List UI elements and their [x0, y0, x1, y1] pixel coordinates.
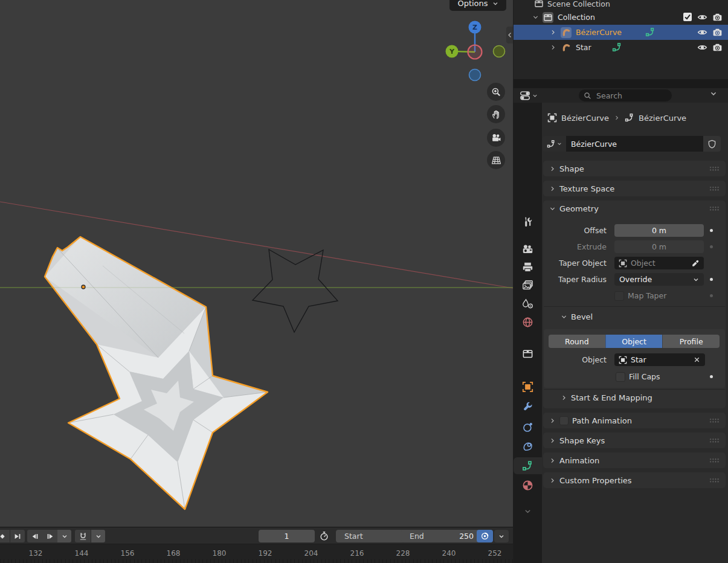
tabs-scroll-down-icon[interactable]	[524, 507, 532, 515]
fill-caps-keyframe-dot[interactable]	[710, 375, 713, 378]
tab-physics[interactable]	[522, 440, 533, 452]
eye-icon[interactable]	[697, 42, 707, 53]
disclosure-closed-icon[interactable]	[550, 29, 556, 36]
panel-custom-properties[interactable]: Custom Properties	[543, 472, 726, 488]
start-end-mapping-subpanel[interactable]: Start & End Mapping	[561, 393, 652, 402]
sync-dropdown[interactable]	[494, 530, 509, 542]
exclude-checkbox[interactable]	[683, 13, 692, 21]
panel-texture-space[interactable]: Texture Space	[543, 181, 726, 196]
snap-toggle-button[interactable]	[75, 530, 91, 542]
bevel-tab-object[interactable]: Object	[605, 335, 663, 348]
play-button[interactable]	[42, 530, 57, 542]
fake-user-button[interactable]	[703, 136, 721, 152]
eye-icon[interactable]	[697, 27, 707, 37]
panel-drag-dots[interactable]	[709, 438, 720, 443]
header-options-dropdown[interactable]	[710, 90, 717, 97]
taper-radius-keyframe-dot[interactable]	[710, 278, 713, 281]
tab-material[interactable]	[522, 480, 533, 491]
gizmo-minus-y-axis[interactable]	[494, 46, 505, 57]
tab-tool[interactable]	[522, 216, 533, 228]
disclosure-open-icon[interactable]	[532, 14, 539, 21]
movie-camera-icon	[491, 133, 501, 143]
eyedropper-icon[interactable]	[691, 259, 700, 268]
tab-object[interactable]	[522, 381, 533, 393]
camera-visibility-icon[interactable]	[712, 42, 723, 53]
panel-drag-dots[interactable]	[709, 418, 720, 423]
tab-output[interactable]	[522, 262, 533, 273]
tab-render[interactable]	[522, 243, 533, 255]
extrude-field[interactable]: 0 m	[614, 240, 704, 253]
editor-type-switcher[interactable]	[520, 89, 545, 102]
map-taper-checkbox[interactable]	[614, 291, 624, 301]
gizmo-x-axis[interactable]	[468, 45, 482, 59]
panel-path-animation[interactable]: Path Animation	[543, 413, 726, 428]
search-input[interactable]	[595, 91, 658, 101]
panel-drag-dots[interactable]	[709, 186, 720, 191]
playback-dropdown[interactable]	[57, 530, 71, 542]
jump-to-end-button[interactable]	[10, 530, 25, 542]
options-dropdown[interactable]: Options	[449, 0, 506, 11]
taper-object-field[interactable]: Object	[614, 257, 704, 269]
disclosure-closed-icon[interactable]	[550, 44, 556, 51]
camera-visibility-icon[interactable]	[712, 12, 723, 22]
taper-radius-dropdown[interactable]: Override	[614, 273, 704, 286]
extrude-keyframe-dot[interactable]	[710, 245, 713, 248]
frame-ruler[interactable]: 132 144 156 168 180 192 204 216 228 240 …	[0, 544, 514, 563]
beziercurve-object[interactable]	[45, 237, 268, 509]
offset-field[interactable]: 0 m	[614, 224, 704, 237]
object-origin-dot	[82, 285, 85, 289]
panel-animation[interactable]: Animation	[543, 452, 726, 468]
outliner-row-collection[interactable]: Collection	[514, 10, 728, 25]
datablock-name-field[interactable]: BézierCurve	[566, 136, 703, 152]
bevel-object-field[interactable]: Star	[614, 353, 705, 366]
chevron-down-icon	[693, 277, 699, 283]
datablock-type-dropdown[interactable]	[543, 136, 566, 152]
path-animation-checkbox[interactable]	[559, 416, 569, 425]
fill-caps-checkbox[interactable]	[616, 372, 625, 382]
tab-scene[interactable]	[522, 298, 533, 310]
play-reverse-button[interactable]	[27, 530, 42, 542]
tab-modifiers[interactable]	[522, 401, 533, 413]
tab-world[interactable]	[522, 317, 533, 328]
viewport-zoom-button[interactable]	[487, 83, 505, 101]
offset-keyframe-dot[interactable]	[710, 229, 713, 232]
panel-shape-keys[interactable]: Shape Keys	[543, 433, 726, 448]
breadcrumb-object-name[interactable]: BézierCurve	[561, 114, 609, 123]
tab-collection[interactable]	[522, 348, 533, 359]
tab-view-layer[interactable]	[522, 280, 533, 291]
playback-sync-button[interactable]	[477, 530, 493, 542]
current-frame-field[interactable]: 1	[259, 530, 315, 542]
clear-x-icon[interactable]	[693, 356, 701, 364]
star-curve-object[interactable]	[253, 249, 338, 332]
3d-viewport[interactable]: Options Z Y	[0, 0, 514, 527]
viewport-camera-view-button[interactable]	[487, 129, 505, 147]
breadcrumb-data-name[interactable]: BézierCurve	[639, 114, 686, 123]
panel-drag-dots[interactable]	[709, 206, 720, 211]
outliner[interactable]: Scene Collection Collection	[514, 0, 728, 79]
panel-drag-dots[interactable]	[709, 166, 720, 171]
frame-end-field[interactable]: End 250	[401, 530, 482, 542]
panel-drag-dots[interactable]	[709, 458, 720, 463]
gizmo-minus-z-axis[interactable]	[469, 69, 481, 81]
navigation-gizmo[interactable]: Z Y	[444, 16, 506, 82]
camera-visibility-icon[interactable]	[712, 27, 723, 37]
use-preview-range-button[interactable]	[319, 531, 329, 541]
properties-editor-icon	[520, 90, 530, 101]
panel-shape[interactable]: Shape	[543, 161, 726, 176]
panel-drag-dots[interactable]	[709, 478, 720, 483]
bevel-subpanel-header[interactable]: Bevel	[561, 312, 593, 321]
jump-prev-keyframe-button[interactable]	[0, 530, 10, 542]
snap-dropdown[interactable]	[91, 530, 105, 542]
timeline-editor[interactable]: 1 Start 1 End 250 132 144 156	[0, 527, 514, 563]
properties-search[interactable]	[579, 89, 672, 101]
tab-constraints[interactable]	[522, 422, 533, 433]
bevel-tab-round[interactable]: Round	[549, 335, 605, 348]
bevel-tab-profile[interactable]: Profile	[662, 335, 720, 348]
tab-object-data[interactable]	[522, 460, 533, 472]
eye-icon[interactable]	[697, 12, 707, 22]
viewport-ortho-toggle-button[interactable]	[487, 151, 505, 169]
map-taper-keyframe-dot[interactable]	[710, 294, 713, 297]
outliner-row-beziercurve[interactable]: BézierCurve	[514, 25, 728, 40]
outliner-row-star[interactable]: Star	[514, 40, 728, 55]
viewport-pan-button[interactable]	[487, 105, 505, 123]
